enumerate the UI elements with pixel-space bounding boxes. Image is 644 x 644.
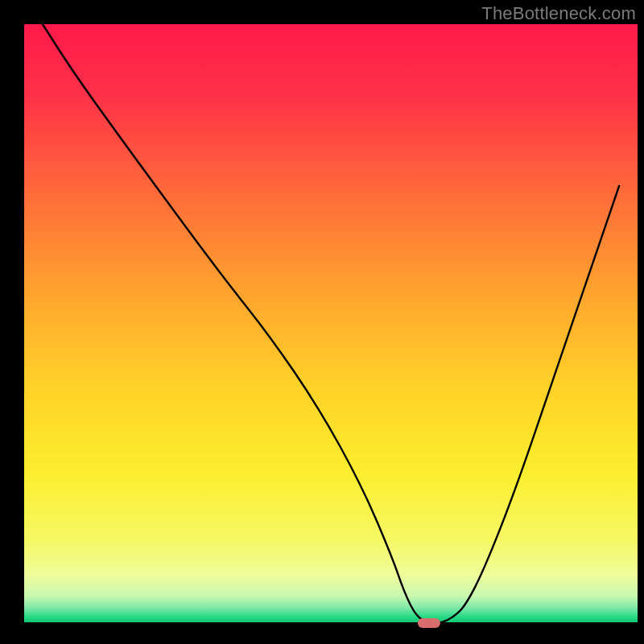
bottleneck-chart: TheBottleneck.com: [0, 0, 644, 644]
optimal-point-marker: [418, 618, 440, 628]
plot-background: [24, 24, 638, 623]
chart-canvas: [0, 0, 644, 644]
watermark-text: TheBottleneck.com: [481, 3, 636, 24]
